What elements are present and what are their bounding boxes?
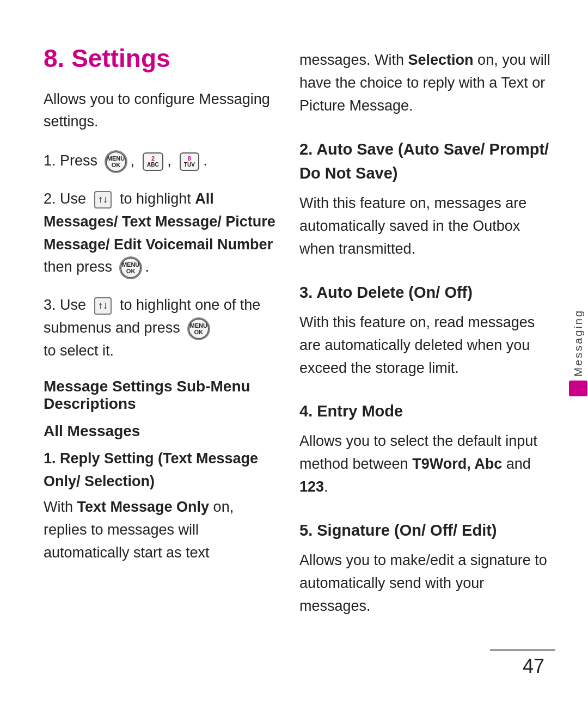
page-divider bbox=[490, 649, 555, 651]
item5-heading: 5. Signature (On/ Off/ Edit) bbox=[299, 518, 555, 543]
nav-down-icon-1: ↑↓ bbox=[94, 191, 112, 209]
item4-body: Allows you to select the default input m… bbox=[299, 430, 555, 499]
intro-text: Allows you to configure Messaging settin… bbox=[44, 88, 278, 132]
step2-prefix: 2. Use bbox=[44, 191, 90, 207]
item3-heading: 3. Auto Delete (On/ Off) bbox=[299, 280, 555, 305]
step1-period: . bbox=[203, 152, 207, 169]
page-title: 8. Settings bbox=[44, 44, 278, 73]
step1-comma: , bbox=[131, 152, 139, 169]
step-2: 2. Use ↑↓ to highlight All Messages/ Tex… bbox=[44, 188, 278, 279]
sub-heading: All Messages bbox=[44, 422, 278, 440]
item2-heading: 2. Auto Save (Auto Save/ Prompt/ Do Not … bbox=[299, 137, 555, 186]
item5-body: Allows you to make/edit a signature to a… bbox=[299, 549, 555, 618]
item-1-cont: messages. With Selection on, you will ha… bbox=[299, 49, 555, 118]
page-number: 47 bbox=[523, 655, 544, 678]
side-tab: Messaging bbox=[568, 309, 588, 396]
menu-ok-icon-1: MENU OK bbox=[106, 151, 126, 172]
item-5: 5. Signature (On/ Off/ Edit) Allows you … bbox=[299, 518, 555, 617]
nav-down-icon-2: ↑↓ bbox=[94, 297, 112, 315]
menu-ok-icon-2: MENU OK bbox=[120, 258, 141, 278]
item-4: 4. Entry Mode Allows you to select the d… bbox=[299, 399, 555, 498]
right-column: messages. With Selection on, you will ha… bbox=[299, 44, 555, 672]
left-column: 8. Settings Allows you to configure Mess… bbox=[44, 44, 278, 672]
side-tab-bar bbox=[569, 381, 587, 396]
step-3: 3. Use ↑↓ to highlight one of the submen… bbox=[44, 294, 278, 363]
item2-body: With this feature on, messages are autom… bbox=[299, 192, 555, 261]
key-2e-icon: 2 ABC bbox=[143, 152, 163, 171]
side-tab-text: Messaging bbox=[572, 309, 585, 377]
menu-ok-icon-3: MENU OK bbox=[188, 318, 209, 339]
page-container: 8. Settings Allows you to configure Mess… bbox=[0, 0, 588, 705]
step3-select: to select it. bbox=[44, 342, 114, 359]
reply-setting-item: 1. Reply Setting (Text Message Only/ Sel… bbox=[44, 447, 278, 565]
step-1: 1. Press MENU OK , 2 ABC , bbox=[44, 150, 278, 173]
key-8x-icon: 8 TUV bbox=[180, 152, 199, 171]
step1-comma2: , bbox=[167, 152, 175, 169]
step3-prefix: 3. Use bbox=[44, 297, 90, 313]
item-3: 3. Auto Delete (On/ Off) With this featu… bbox=[299, 280, 555, 379]
item-2: 2. Auto Save (Auto Save/ Prompt/ Do Not … bbox=[299, 137, 555, 261]
section-heading: Message Settings Sub-Menu Descriptions bbox=[44, 378, 278, 413]
item3-body: With this feature on, read messages are … bbox=[299, 311, 555, 380]
item4-heading: 4. Entry Mode bbox=[299, 399, 555, 424]
step2-period: . bbox=[145, 259, 150, 275]
step1-label: 1. Press bbox=[44, 152, 102, 169]
item1-cont-text: messages. With Selection on, you will ha… bbox=[299, 49, 555, 118]
content-area: 8. Settings Allows you to configure Mess… bbox=[0, 0, 588, 705]
